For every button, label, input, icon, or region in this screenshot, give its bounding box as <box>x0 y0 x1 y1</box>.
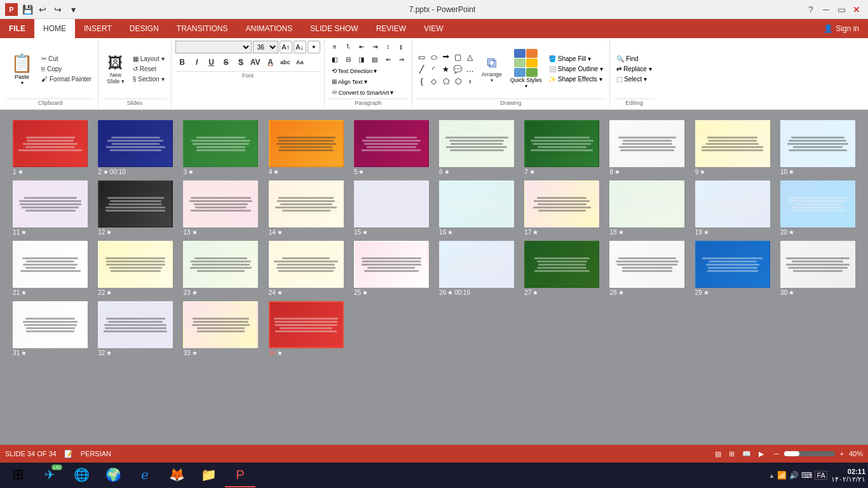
zoom-in-button[interactable]: + <box>837 449 846 459</box>
slide-image-2[interactable] <box>98 120 173 167</box>
slide-thumb-4[interactable]: 4★ <box>266 120 346 175</box>
paste-button[interactable]: 📋 Paste ▾ <box>6 51 37 88</box>
slide-thumb-14[interactable]: 14★ <box>266 180 346 236</box>
quick-styles-button[interactable]: Quick Styles ▾ <box>508 48 545 90</box>
slide-thumb-17[interactable]: 17★ <box>522 180 602 236</box>
shape-chevron[interactable]: › <box>465 76 476 87</box>
slide-thumb-6[interactable]: 6★ <box>437 120 517 175</box>
start-button[interactable]: ⊞ <box>3 463 33 487</box>
files-app[interactable]: 📁 <box>193 463 224 487</box>
slide-thumb-20[interactable]: 20★ <box>778 180 858 236</box>
justify-button[interactable]: ▤ <box>369 53 381 65</box>
slide-image-24[interactable] <box>269 241 344 288</box>
shape-right-arrow[interactable]: ⮕ <box>440 51 452 63</box>
tray-arrow[interactable]: ▲ <box>769 472 775 479</box>
slide-image-13[interactable] <box>183 180 258 227</box>
shape-more[interactable]: … <box>465 64 476 75</box>
font-color-button[interactable]: A <box>264 55 278 69</box>
shape-fill-button[interactable]: 🪣 Shape Fill ▾ <box>546 54 606 64</box>
convert-smartart-button[interactable]: ♾ Convert to SmartArt ▾ <box>329 88 397 97</box>
select-button[interactable]: ⬚ Select ▾ <box>614 74 654 84</box>
slide-thumb-2[interactable]: 2★00:10 <box>95 120 175 175</box>
slide-thumb-10[interactable]: 10★ <box>778 120 858 175</box>
arrange-button[interactable]: ⧉ Arrange ▾ <box>477 53 506 85</box>
shape-rounded-rect[interactable]: ▢ <box>452 51 464 63</box>
ltr-button[interactable]: ⇒ <box>395 53 408 65</box>
slide-thumb-16[interactable]: 16★ <box>437 180 517 236</box>
slide-thumb-7[interactable]: 7★ <box>522 120 602 175</box>
tab-review[interactable]: REVIEW <box>367 19 415 38</box>
slide-image-33[interactable] <box>183 301 258 348</box>
underline-button[interactable]: U <box>205 55 219 69</box>
slide-thumb-15[interactable]: 15★ <box>351 180 431 236</box>
telegram-app[interactable]: ✈ 140 <box>34 463 65 487</box>
align-left-button[interactable]: ◧ <box>329 53 341 65</box>
find-button[interactable]: 🔍 Find <box>614 54 654 64</box>
shape-effects-button[interactable]: ✨ Shape Effects ▾ <box>546 74 606 84</box>
slide-thumb-24[interactable]: 24★ <box>266 241 346 296</box>
char-spacing-button[interactable]: AV <box>248 55 262 69</box>
slide-image-28[interactable] <box>609 241 684 288</box>
slide-image-31[interactable] <box>13 301 88 348</box>
slide-image-32[interactable] <box>98 301 173 348</box>
slide-image-3[interactable] <box>183 120 258 167</box>
slide-image-10[interactable] <box>780 120 855 167</box>
close-button[interactable]: ✕ <box>850 3 863 16</box>
columns-button[interactable]: ⫿ <box>395 41 408 52</box>
slide-image-12[interactable] <box>98 180 173 227</box>
slide-image-5[interactable] <box>354 120 429 167</box>
slide-thumb-1[interactable]: 1★ <box>10 120 90 175</box>
slide-image-29[interactable] <box>695 241 770 288</box>
tab-transitions[interactable]: TRANSITIONS <box>168 19 237 38</box>
increase-indent-button[interactable]: ⇥ <box>369 41 381 52</box>
shape-pentagon[interactable]: ⬠ <box>440 76 452 87</box>
shape-ellipse[interactable]: ⬭ <box>428 51 440 63</box>
zoom-slider[interactable] <box>784 451 835 456</box>
slide-image-20[interactable] <box>780 180 855 227</box>
tab-insert[interactable]: INSERT <box>75 19 121 38</box>
slide-image-17[interactable] <box>524 180 599 227</box>
slide-thumb-18[interactable]: 18★ <box>607 180 687 236</box>
notes-icon[interactable]: 📝 <box>64 450 73 458</box>
text-direction-button[interactable]: ⟲ Text Direction ▾ <box>329 66 381 76</box>
slide-thumb-12[interactable]: 12★ <box>95 180 175 236</box>
slide-image-18[interactable] <box>609 180 684 227</box>
font-size-decrease-button[interactable]: A↓ <box>294 41 306 53</box>
cut-button[interactable]: ✂ Cut <box>39 54 94 64</box>
slide-image-11[interactable] <box>13 180 88 227</box>
numbering-button[interactable]: ⒈ <box>342 41 355 52</box>
align-right-button[interactable]: ◨ <box>355 53 368 65</box>
section-button[interactable]: § Section ▾ <box>130 74 167 84</box>
zoom-out-button[interactable]: ─ <box>771 449 782 459</box>
slide-image-8[interactable] <box>609 120 684 167</box>
slide-image-27[interactable] <box>524 241 599 288</box>
font-name-select[interactable] <box>175 41 252 53</box>
slide-image-4[interactable] <box>269 120 344 167</box>
clock[interactable]: 02:11 ۱۴۰۲/۱۲/۲۱ <box>831 468 865 484</box>
slide-thumb-9[interactable]: 9★ <box>693 120 773 175</box>
slide-thumb-19[interactable]: 19★ <box>693 180 773 236</box>
browser2-app[interactable]: 🌍 <box>98 463 128 487</box>
layout-button[interactable]: ▦ Layout ▾ <box>130 54 167 64</box>
reading-view-button[interactable]: 📖 <box>740 449 754 459</box>
chrome-app[interactable]: 🌐 <box>66 463 97 487</box>
tab-file[interactable]: FILE <box>0 19 34 38</box>
slideshow-button[interactable]: ▶ <box>756 449 766 459</box>
slide-image-14[interactable] <box>269 180 344 227</box>
shape-hexagon[interactable]: ⬡ <box>452 76 464 87</box>
slide-thumb-22[interactable]: 22★ <box>95 241 175 296</box>
new-slide-button[interactable]: 🖼 New Slide ▾ <box>102 52 129 86</box>
slide-image-9[interactable] <box>695 120 770 167</box>
format-painter-button[interactable]: 🖌 Format Painter <box>39 74 94 84</box>
font-size-select[interactable]: 36 <box>253 41 278 53</box>
slide-thumb-26[interactable]: 26★00:16 <box>437 241 517 296</box>
slide-image-6[interactable] <box>439 120 514 167</box>
powerpoint-app[interactable]: P <box>225 463 255 487</box>
tab-view[interactable]: VIEW <box>415 19 452 38</box>
shadow-button[interactable]: S <box>234 55 248 69</box>
decrease-indent-button[interactable]: ⇤ <box>355 41 368 52</box>
slide-thumb-28[interactable]: 28★ <box>607 241 687 296</box>
normal-view-button[interactable]: ▤ <box>712 449 724 459</box>
tab-home[interactable]: HOME <box>34 19 75 38</box>
slide-thumb-3[interactable]: 3★ <box>180 120 261 175</box>
